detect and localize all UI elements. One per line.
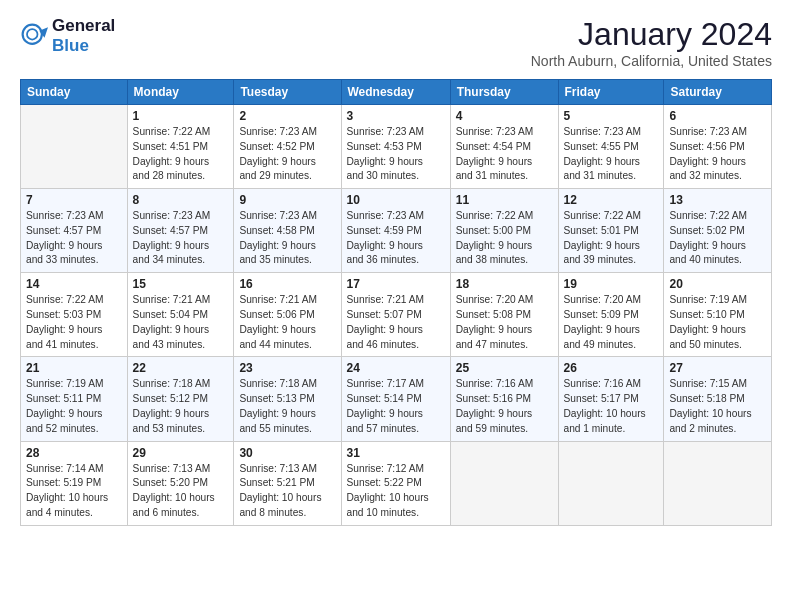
day-info: Sunrise: 7:23 AMSunset: 4:59 PMDaylight:… [347,209,445,268]
day-number: 15 [133,277,229,291]
day-info: Sunrise: 7:13 AMSunset: 5:21 PMDaylight:… [239,462,335,521]
day-info: Sunrise: 7:16 AMSunset: 5:16 PMDaylight:… [456,377,553,436]
day-info: Sunrise: 7:23 AMSunset: 4:57 PMDaylight:… [26,209,122,268]
day-number: 4 [456,109,553,123]
day-number: 20 [669,277,766,291]
day-info: Sunrise: 7:13 AMSunset: 5:20 PMDaylight:… [133,462,229,521]
day-of-week-header: Wednesday [341,80,450,105]
day-number: 28 [26,446,122,460]
page-container: General Blue January 2024 North Auburn, … [0,0,792,536]
day-number: 27 [669,361,766,375]
day-number: 31 [347,446,445,460]
calendar-table: SundayMondayTuesdayWednesdayThursdayFrid… [20,79,772,526]
day-of-week-header: Tuesday [234,80,341,105]
day-number: 2 [239,109,335,123]
day-info: Sunrise: 7:17 AMSunset: 5:14 PMDaylight:… [347,377,445,436]
day-number: 5 [564,109,659,123]
day-number: 29 [133,446,229,460]
day-info: Sunrise: 7:21 AMSunset: 5:04 PMDaylight:… [133,293,229,352]
calendar-day-cell: 24Sunrise: 7:17 AMSunset: 5:14 PMDayligh… [341,357,450,441]
calendar-day-cell: 13Sunrise: 7:22 AMSunset: 5:02 PMDayligh… [664,189,772,273]
calendar-day-cell: 15Sunrise: 7:21 AMSunset: 5:04 PMDayligh… [127,273,234,357]
day-number: 30 [239,446,335,460]
calendar-day-cell: 16Sunrise: 7:21 AMSunset: 5:06 PMDayligh… [234,273,341,357]
day-number: 13 [669,193,766,207]
calendar-body: 1Sunrise: 7:22 AMSunset: 4:51 PMDaylight… [21,105,772,526]
day-number: 17 [347,277,445,291]
calendar-day-cell: 11Sunrise: 7:22 AMSunset: 5:00 PMDayligh… [450,189,558,273]
title-block: January 2024 North Auburn, California, U… [531,16,772,69]
day-number: 18 [456,277,553,291]
calendar-day-cell: 19Sunrise: 7:20 AMSunset: 5:09 PMDayligh… [558,273,664,357]
calendar-day-cell: 5Sunrise: 7:23 AMSunset: 4:55 PMDaylight… [558,105,664,189]
month-title: January 2024 [531,16,772,53]
calendar-day-cell: 7Sunrise: 7:23 AMSunset: 4:57 PMDaylight… [21,189,128,273]
day-number: 8 [133,193,229,207]
calendar-day-cell: 12Sunrise: 7:22 AMSunset: 5:01 PMDayligh… [558,189,664,273]
location: North Auburn, California, United States [531,53,772,69]
calendar-week-row: 7Sunrise: 7:23 AMSunset: 4:57 PMDaylight… [21,189,772,273]
day-info: Sunrise: 7:23 AMSunset: 4:58 PMDaylight:… [239,209,335,268]
calendar-header-row: SundayMondayTuesdayWednesdayThursdayFrid… [21,80,772,105]
day-number: 9 [239,193,335,207]
day-info: Sunrise: 7:16 AMSunset: 5:17 PMDaylight:… [564,377,659,436]
day-number: 7 [26,193,122,207]
calendar-day-cell: 4Sunrise: 7:23 AMSunset: 4:54 PMDaylight… [450,105,558,189]
logo-line1: General [52,16,115,36]
day-info: Sunrise: 7:21 AMSunset: 5:07 PMDaylight:… [347,293,445,352]
calendar-day-cell: 21Sunrise: 7:19 AMSunset: 5:11 PMDayligh… [21,357,128,441]
day-info: Sunrise: 7:20 AMSunset: 5:08 PMDaylight:… [456,293,553,352]
day-info: Sunrise: 7:23 AMSunset: 4:54 PMDaylight:… [456,125,553,184]
day-info: Sunrise: 7:22 AMSunset: 5:00 PMDaylight:… [456,209,553,268]
logo-icon [20,22,48,50]
calendar-day-cell: 29Sunrise: 7:13 AMSunset: 5:20 PMDayligh… [127,441,234,525]
day-of-week-header: Monday [127,80,234,105]
calendar-day-cell: 2Sunrise: 7:23 AMSunset: 4:52 PMDaylight… [234,105,341,189]
day-of-week-header: Friday [558,80,664,105]
day-info: Sunrise: 7:18 AMSunset: 5:13 PMDaylight:… [239,377,335,436]
day-info: Sunrise: 7:23 AMSunset: 4:52 PMDaylight:… [239,125,335,184]
calendar-week-row: 21Sunrise: 7:19 AMSunset: 5:11 PMDayligh… [21,357,772,441]
day-info: Sunrise: 7:23 AMSunset: 4:57 PMDaylight:… [133,209,229,268]
calendar-day-cell: 3Sunrise: 7:23 AMSunset: 4:53 PMDaylight… [341,105,450,189]
day-number: 6 [669,109,766,123]
svg-point-1 [27,29,38,40]
calendar-day-cell: 8Sunrise: 7:23 AMSunset: 4:57 PMDaylight… [127,189,234,273]
calendar-week-row: 28Sunrise: 7:14 AMSunset: 5:19 PMDayligh… [21,441,772,525]
day-number: 23 [239,361,335,375]
calendar-day-cell: 27Sunrise: 7:15 AMSunset: 5:18 PMDayligh… [664,357,772,441]
calendar-day-cell: 31Sunrise: 7:12 AMSunset: 5:22 PMDayligh… [341,441,450,525]
day-info: Sunrise: 7:19 AMSunset: 5:10 PMDaylight:… [669,293,766,352]
day-info: Sunrise: 7:22 AMSunset: 4:51 PMDaylight:… [133,125,229,184]
day-info: Sunrise: 7:22 AMSunset: 5:01 PMDaylight:… [564,209,659,268]
calendar-day-cell [21,105,128,189]
calendar-day-cell: 26Sunrise: 7:16 AMSunset: 5:17 PMDayligh… [558,357,664,441]
day-number: 21 [26,361,122,375]
calendar-day-cell: 14Sunrise: 7:22 AMSunset: 5:03 PMDayligh… [21,273,128,357]
calendar-day-cell: 6Sunrise: 7:23 AMSunset: 4:56 PMDaylight… [664,105,772,189]
day-of-week-header: Thursday [450,80,558,105]
day-info: Sunrise: 7:22 AMSunset: 5:02 PMDaylight:… [669,209,766,268]
day-info: Sunrise: 7:14 AMSunset: 5:19 PMDaylight:… [26,462,122,521]
day-info: Sunrise: 7:21 AMSunset: 5:06 PMDaylight:… [239,293,335,352]
day-number: 19 [564,277,659,291]
day-info: Sunrise: 7:15 AMSunset: 5:18 PMDaylight:… [669,377,766,436]
day-number: 3 [347,109,445,123]
calendar-week-row: 1Sunrise: 7:22 AMSunset: 4:51 PMDaylight… [21,105,772,189]
calendar-day-cell [664,441,772,525]
logo-line2: Blue [52,36,115,56]
day-info: Sunrise: 7:19 AMSunset: 5:11 PMDaylight:… [26,377,122,436]
calendar-day-cell [450,441,558,525]
day-number: 22 [133,361,229,375]
calendar-day-cell: 25Sunrise: 7:16 AMSunset: 5:16 PMDayligh… [450,357,558,441]
day-number: 16 [239,277,335,291]
calendar-day-cell: 18Sunrise: 7:20 AMSunset: 5:08 PMDayligh… [450,273,558,357]
calendar-day-cell [558,441,664,525]
svg-point-0 [23,24,42,43]
day-info: Sunrise: 7:18 AMSunset: 5:12 PMDaylight:… [133,377,229,436]
calendar-day-cell: 1Sunrise: 7:22 AMSunset: 4:51 PMDaylight… [127,105,234,189]
day-info: Sunrise: 7:22 AMSunset: 5:03 PMDaylight:… [26,293,122,352]
logo: General Blue [20,16,115,55]
day-number: 25 [456,361,553,375]
day-number: 11 [456,193,553,207]
